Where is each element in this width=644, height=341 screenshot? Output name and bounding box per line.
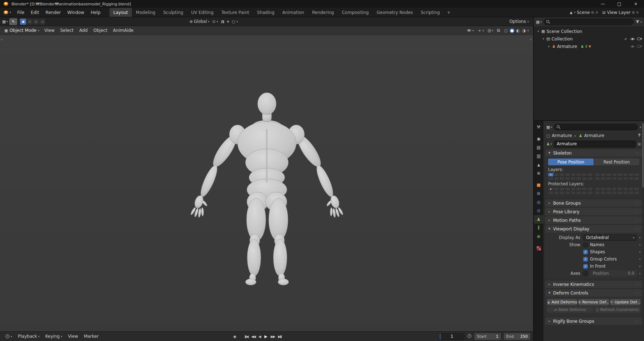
overlays-dropdown[interactable]: ◎▾ xyxy=(487,28,493,33)
properties-search-input[interactable] xyxy=(554,124,638,130)
layer-cell[interactable] xyxy=(612,191,617,195)
layer-cell[interactable] xyxy=(595,191,600,195)
outliner-row-collection[interactable]: ▾ ▤ Collection ✓ xyxy=(534,35,644,43)
layer-cell[interactable] xyxy=(554,173,559,176)
layer-cell[interactable] xyxy=(587,173,593,176)
tab-modeling[interactable]: Modeling xyxy=(132,8,160,17)
layer-cell[interactable] xyxy=(617,191,623,195)
base-mesh-figure[interactable] xyxy=(0,35,533,331)
refresh-constraints-button[interactable]: ◇Refresh Constraints xyxy=(594,306,641,313)
display-as-dropdown[interactable]: Octahedral▾ xyxy=(583,234,637,241)
pose-position-button[interactable]: Pose Position xyxy=(548,159,594,165)
menu-add[interactable]: Add xyxy=(77,28,91,33)
select-mode-circle[interactable]: ▢ xyxy=(33,19,39,25)
layer-cell[interactable] xyxy=(612,173,617,176)
layer-cell[interactable] xyxy=(571,191,576,195)
menu-edit[interactable]: Edit xyxy=(28,8,42,17)
tab-physics[interactable]: ◎ xyxy=(534,198,543,206)
panel-viewport-display-header[interactable]: ▼Viewport Display∷∷ xyxy=(545,225,642,233)
layer-cell[interactable] xyxy=(629,187,634,191)
breadcrumb-object[interactable]: Armature xyxy=(552,133,572,138)
layer-cell[interactable] xyxy=(629,173,634,176)
tab-bone-constraints[interactable]: ⊗ xyxy=(534,232,543,241)
app-menu-button[interactable]: ▾ xyxy=(0,8,14,17)
add-deforms-button[interactable]: ♟Add Deforms xyxy=(547,299,577,306)
layer-cell[interactable] xyxy=(587,191,593,195)
layer-cell[interactable] xyxy=(617,187,623,191)
layer-cell[interactable] xyxy=(623,187,628,191)
layer-cell[interactable] xyxy=(634,173,639,176)
play-button[interactable]: ▶ xyxy=(264,334,267,339)
properties-scrollbar[interactable] xyxy=(642,123,644,187)
preview-range-toggle[interactable] xyxy=(467,334,472,339)
layer-cell[interactable] xyxy=(606,191,611,195)
xray-toggle[interactable]: ⧉ xyxy=(497,28,500,33)
panel-rigify-bone-groups-header[interactable]: ▸Rigify Bone Groups∷∷ xyxy=(545,317,642,325)
menu-window[interactable]: Window xyxy=(64,8,87,17)
layer-cell[interactable] xyxy=(582,187,587,191)
layer-cell[interactable] xyxy=(634,191,639,195)
jump-to-start-button[interactable]: ▮◀ xyxy=(245,335,248,338)
layer-cell[interactable] xyxy=(623,191,628,195)
layer-cell[interactable] xyxy=(576,177,581,180)
active-tool-select-box[interactable]: ↖ xyxy=(9,18,17,25)
tab-sculpting[interactable]: Sculpting xyxy=(159,8,187,17)
armature-name-field[interactable]: Armature xyxy=(554,141,636,147)
layers-grid[interactable] xyxy=(548,173,639,180)
layer-cell[interactable] xyxy=(571,187,576,191)
layer-cell[interactable] xyxy=(629,191,634,195)
panel-bone-groups-header[interactable]: ▸Bone Groups∷∷ xyxy=(545,199,642,207)
layer-cell[interactable] xyxy=(623,173,628,176)
tab-modifiers[interactable]: ⚙ xyxy=(534,189,543,198)
tab-compositing[interactable]: Compositing xyxy=(338,8,372,17)
layer-cell[interactable] xyxy=(606,187,611,191)
layer-cell[interactable] xyxy=(600,173,606,176)
outliner-search-input[interactable] xyxy=(543,19,634,25)
layer-cell[interactable] xyxy=(600,187,606,191)
unlink-scene-icon[interactable]: × xyxy=(595,10,598,14)
layer-cell[interactable] xyxy=(565,173,570,176)
layer-cell[interactable] xyxy=(617,173,623,176)
outliner-editor-type-button[interactable]: ▦▾ xyxy=(536,20,542,24)
shading-dropdown[interactable]: ▾ xyxy=(527,29,529,32)
layer-cell[interactable] xyxy=(623,177,628,180)
tab-constraints[interactable]: ⊙ xyxy=(534,206,543,215)
snap-target-dropdown[interactable]: ▾ xyxy=(227,19,229,24)
layer-cell[interactable] xyxy=(606,173,611,176)
disable-render-camera-icon[interactable] xyxy=(637,45,642,48)
layer-cell[interactable] xyxy=(612,187,617,191)
panel-inverse-kinematics-header[interactable]: ▸Inverse Kinematics∷∷ xyxy=(545,281,642,288)
proportional-edit-toggle[interactable]: ○▾ xyxy=(232,19,238,24)
in-front-checkbox[interactable] xyxy=(583,264,588,269)
tab-texture-paint[interactable]: Texture Paint xyxy=(218,8,253,17)
hide-eye-icon[interactable] xyxy=(630,45,635,48)
snap-toggle[interactable]: U xyxy=(221,19,224,24)
timeline-editor-type-button[interactable]: ▾ xyxy=(3,334,15,338)
viewport-3d[interactable]: › ‹ xyxy=(0,35,533,331)
layer-cell[interactable] xyxy=(600,177,606,180)
layer-cell[interactable] xyxy=(595,187,600,191)
play-reverse-button[interactable]: ◀ xyxy=(258,335,261,338)
menu-timeline-view[interactable]: View xyxy=(65,334,80,339)
panel-deform-controls-header[interactable]: ▼Deform Controls∷∷ xyxy=(545,289,642,297)
tab-output[interactable]: ▤ xyxy=(534,143,543,152)
shading-material[interactable]: ◐ xyxy=(516,28,521,33)
menu-object[interactable]: Object xyxy=(91,28,110,33)
select-mode-box[interactable]: ▢ xyxy=(26,19,33,25)
tab-geometry-nodes[interactable]: Geometry Nodes xyxy=(373,8,417,17)
update-deforms-button[interactable]: ↻Update Def... xyxy=(610,299,641,306)
menu-help[interactable]: Help xyxy=(87,8,103,17)
layer-cell[interactable] xyxy=(548,173,553,176)
protected-layers-grid[interactable] xyxy=(548,187,639,195)
properties-filter-button[interactable]: ▾ xyxy=(640,126,641,129)
layer-cell[interactable] xyxy=(565,187,570,191)
close-button[interactable]: × xyxy=(628,0,644,8)
panel-motion-paths-header[interactable]: ▸Motion Paths∷∷ xyxy=(545,216,642,224)
layer-cell[interactable] xyxy=(559,191,565,195)
layer-cell[interactable] xyxy=(565,177,570,180)
tab-tool[interactable]: ⚒ xyxy=(534,123,543,131)
properties-editor-type-button[interactable]: ▦▾ xyxy=(546,125,552,130)
scene-selector[interactable]: ▲▾ Scene ⧉ × xyxy=(568,10,600,15)
tab-shading[interactable]: Shading xyxy=(253,8,278,17)
jump-to-end-button[interactable]: ▶▮ xyxy=(278,335,281,338)
